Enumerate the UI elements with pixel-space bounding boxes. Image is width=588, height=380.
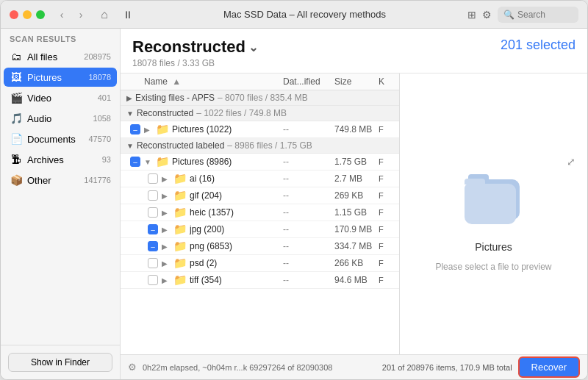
checkbox-partial[interactable]: – xyxy=(148,241,158,251)
back-button[interactable]: ‹ xyxy=(54,7,70,23)
row-checkbox[interactable]: – xyxy=(144,224,162,234)
split-pane: Name ▲ Dat...ified Size K ▶ Existing fil… xyxy=(121,74,587,354)
checkbox-unchecked[interactable] xyxy=(148,173,158,184)
sidebar-item-documents[interactable]: 📄 Documents 47570 xyxy=(4,129,117,148)
row-expand-toggle[interactable]: ▶ xyxy=(144,126,156,134)
pause-button[interactable]: ⏸ xyxy=(120,7,136,23)
sidebar-label-documents: Documents xyxy=(27,134,84,145)
row-k: F xyxy=(379,191,393,200)
row-checkbox[interactable] xyxy=(144,173,162,184)
row-name: ai (16) xyxy=(190,173,283,184)
section-label-reconstructed: Reconstructed xyxy=(137,108,193,118)
row-date: -- xyxy=(283,157,334,167)
preview-expand-button[interactable]: ⤢ xyxy=(567,156,576,168)
view-toggle-button[interactable]: ⊞ xyxy=(467,9,476,21)
section-reconstructed[interactable]: ▼ Reconstructed – 1022 files / 749.8 MB xyxy=(121,106,399,121)
header-name-col[interactable]: Name ▲ xyxy=(144,76,283,87)
table-row[interactable]: ▶ 📁 gif (204) -- 269 KB F xyxy=(121,187,399,204)
row-expand-toggle[interactable]: ▶ xyxy=(162,226,173,234)
audio-icon: 🎵 xyxy=(10,112,23,125)
row-name: jpg (200) xyxy=(190,224,283,234)
status-bar: ⚙ 0h22m elapsed, ~0h04m r...k 69297264 o… xyxy=(121,354,587,379)
search-icon: 🔍 xyxy=(503,10,514,20)
checkbox-partial[interactable]: – xyxy=(148,224,158,234)
window-title: Mac SSD Data – All recovery methods xyxy=(142,9,467,20)
section-label-existing: Existing files - APFS xyxy=(135,93,215,103)
table-row[interactable]: – ▶ 📁 jpg (200) -- 170.9 MB F xyxy=(121,221,399,238)
sidebar-count-audio: 1058 xyxy=(93,114,111,123)
settings-button[interactable]: ⚙ xyxy=(482,9,492,21)
preview-icon-area: Pictures Please select a file to preview xyxy=(435,173,551,272)
row-expand-toggle[interactable]: ▶ xyxy=(162,259,173,268)
row-checkbox[interactable]: – xyxy=(126,124,144,135)
row-date: -- xyxy=(283,207,334,218)
section-reconstructed-labeled[interactable]: ▼ Reconstructed labeled – 8986 files / 1… xyxy=(121,138,399,154)
row-expand-toggle[interactable]: ▶ xyxy=(162,192,173,200)
show-in-finder-button[interactable]: Show in Finder xyxy=(8,353,112,372)
minimize-button[interactable] xyxy=(23,10,32,19)
search-input[interactable] xyxy=(517,10,576,20)
row-size: 94.6 MB xyxy=(334,275,379,285)
table-row[interactable]: – ▶ 📁 Pictures (1022) -- 749.8 MB F xyxy=(121,121,399,138)
sidebar-item-video[interactable]: 🎬 Video 401 xyxy=(4,88,117,107)
row-expand-toggle[interactable]: ▶ xyxy=(162,209,173,217)
checkbox-unchecked[interactable] xyxy=(148,190,158,201)
table-row[interactable]: ▶ 📁 psd (2) -- 266 KB F xyxy=(121,255,399,272)
row-checkbox[interactable] xyxy=(144,190,162,201)
header-date-col[interactable]: Dat...ified xyxy=(283,76,334,87)
row-size: 1.75 GB xyxy=(334,157,379,167)
recover-button[interactable]: Recover xyxy=(518,356,580,378)
row-checkbox[interactable]: – xyxy=(126,157,144,167)
sidebar-item-pictures[interactable]: 🖼 Pictures 18078 xyxy=(4,68,117,87)
folder-icon: 📁 xyxy=(156,155,169,168)
checkbox-unchecked[interactable] xyxy=(148,275,158,285)
table-row[interactable]: ▶ 📁 tiff (354) -- 94.6 MB F xyxy=(121,272,399,289)
checkbox-unchecked[interactable] xyxy=(148,207,158,218)
table-row[interactable]: ▶ 📁 heic (1357) -- 1.15 GB F xyxy=(121,204,399,221)
folder-icon: 📁 xyxy=(173,189,187,202)
video-icon: 🎬 xyxy=(10,91,23,104)
close-button[interactable] xyxy=(10,10,18,19)
row-expand-toggle[interactable]: ▶ xyxy=(162,276,173,284)
row-size: 1.15 GB xyxy=(334,207,379,218)
search-box[interactable]: 🔍 xyxy=(498,7,578,23)
row-date: -- xyxy=(283,124,334,135)
row-expand-toggle[interactable]: ▶ xyxy=(162,175,173,183)
checkbox-partial[interactable]: – xyxy=(130,124,140,135)
row-checkbox[interactable] xyxy=(144,275,162,285)
header-size-col[interactable]: Size xyxy=(334,76,379,87)
sidebar-item-other[interactable]: 📦 Other 141776 xyxy=(4,171,117,190)
sidebar-item-audio[interactable]: 🎵 Audio 1058 xyxy=(4,109,117,128)
sidebar-item-archives[interactable]: 🗜 Archives 93 xyxy=(4,150,117,169)
content-area: Reconstructed ⌄ 18078 files / 3.33 GB 20… xyxy=(121,29,587,379)
row-checkbox[interactable] xyxy=(144,258,162,268)
documents-icon: 📄 xyxy=(10,132,23,146)
checkbox-partial[interactable]: – xyxy=(130,157,140,167)
home-button[interactable]: ⌂ xyxy=(96,7,112,23)
sidebar-count-all-files: 208975 xyxy=(84,52,111,61)
sidebar-label-all-files: All files xyxy=(27,51,79,62)
table-row[interactable]: ▶ 📁 ai (16) -- 2.7 MB F xyxy=(121,171,399,187)
content-title-area: Reconstructed ⌄ 18078 files / 3.33 GB xyxy=(132,37,258,68)
row-expand-toggle[interactable]: ▶ xyxy=(162,243,173,251)
chevron-down-icon[interactable]: ⌄ xyxy=(248,40,258,54)
row-name: Pictures (1022) xyxy=(172,124,283,135)
row-checkbox[interactable]: – xyxy=(144,241,162,251)
row-date: -- xyxy=(283,241,334,251)
row-name: psd (2) xyxy=(190,258,283,268)
row-checkbox[interactable] xyxy=(144,207,162,218)
header-k-col[interactable]: K xyxy=(379,76,393,87)
section-existing-files[interactable]: ▶ Existing files - APFS – 8070 files / 8… xyxy=(121,90,399,106)
row-k: F xyxy=(379,157,393,166)
checkbox-unchecked[interactable] xyxy=(148,258,158,268)
maximize-button[interactable] xyxy=(36,10,45,19)
file-list-body[interactable]: ▶ Existing files - APFS – 8070 files / 8… xyxy=(121,90,399,354)
table-row[interactable]: – ▶ 📁 png (6853) -- 334.7 MB F xyxy=(121,238,399,255)
content-header: Reconstructed ⌄ 18078 files / 3.33 GB 20… xyxy=(121,29,587,74)
sidebar-item-all-files[interactable]: 🗂 All files 208975 xyxy=(4,47,117,66)
forward-button[interactable]: › xyxy=(73,7,89,23)
row-expand-toggle[interactable]: ▼ xyxy=(144,158,156,166)
selected-count: 201 selected xyxy=(501,37,576,53)
sidebar-header: Scan results xyxy=(1,29,120,46)
table-row[interactable]: – ▼ 📁 Pictures (8986) -- 1.75 GB F xyxy=(121,154,399,171)
